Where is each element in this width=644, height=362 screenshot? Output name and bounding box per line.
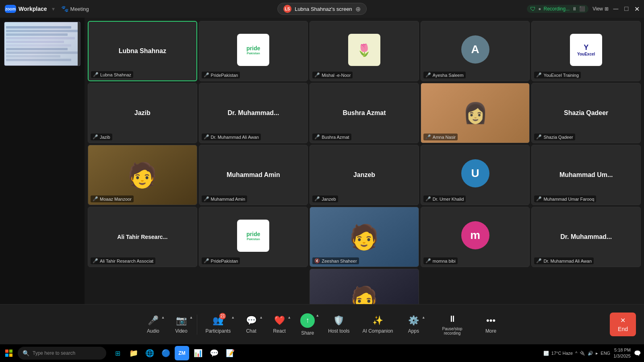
view-button[interactable]: View ⊞ <box>592 6 609 12</box>
windows-start-button[interactable] <box>2 347 15 360</box>
participant-tile[interactable]: Y YouExcel 🎤 YouExcel Training <box>531 21 641 81</box>
screen-share-options-icon[interactable]: ⊕ <box>355 5 361 13</box>
taskbar-chrome[interactable]: 🌐 <box>142 346 157 360</box>
share-chevron[interactable]: ▲ <box>316 313 319 317</box>
apps-chevron[interactable]: ▲ <box>422 315 425 319</box>
react-chevron[interactable]: ▲ <box>287 315 291 319</box>
participant-tile[interactable]: Dr. Muhammad... 🎤 Dr. Muhammad Ali Awan <box>199 83 308 143</box>
participant-tile[interactable]: 🧑 🎤 Moaaz Manzoor <box>88 145 197 205</box>
recording-label: Recording... <box>544 6 570 12</box>
participant-tile[interactable]: 👩 🎤 Amna Nasir <box>421 83 530 143</box>
share-icon: ↑ <box>300 313 315 328</box>
close-button[interactable]: ✕ <box>634 6 640 12</box>
taskbar-taskview[interactable]: ⊞ <box>110 346 125 360</box>
react-label: React <box>273 328 285 334</box>
taskbar-whatsapp[interactable]: 💬 <box>207 346 221 360</box>
share-button[interactable]: ↑ Share ▲ <box>293 310 322 339</box>
participant-name: Janzeb <box>322 197 336 202</box>
audio-chevron[interactable]: ▲ <box>161 315 165 319</box>
left-sidebar <box>0 18 85 304</box>
screen-preview-content <box>4 22 80 66</box>
participants-button[interactable]: 👥 21 Participants ▲ <box>199 312 237 337</box>
chat-button[interactable]: 💬 Chat ▲ <box>237 312 265 337</box>
taskbar-explorer[interactable]: 📁 <box>126 346 141 360</box>
participant-tile[interactable]: U 🎤 Dr. Umer Khalid <box>421 145 530 205</box>
participant-display-name: Dr. Muhammad... <box>557 233 615 241</box>
participant-tile[interactable]: 🧔 🔇 Sarmad Wali Khan <box>310 269 419 304</box>
pause-recording-button[interactable]: ⏸ Pause/stop recording <box>428 311 477 339</box>
participant-tile[interactable]: 🧑 🔇 Zeeshan Shaheer <box>310 207 419 267</box>
host-tools-button[interactable]: 🛡️ Host tools <box>322 312 356 337</box>
participant-display-name: Muhammad Um... <box>556 171 616 179</box>
screen-share-indicator: LS Lubna Shahnaz's screen ⊕ <box>277 3 367 15</box>
mute-icon: 🎤 <box>425 134 431 140</box>
screen-preview-lines <box>6 26 78 61</box>
main-area: Lubna Shahnaz 🎤 Lubna Shahnaz pride Paki… <box>0 18 644 304</box>
speaker-icon[interactable]: 🔊 <box>588 351 593 356</box>
participant-tile[interactable]: Jazib 🎤 Jazib <box>88 83 197 143</box>
resize-handle[interactable] <box>78 22 80 66</box>
mute-icon: 🎤 <box>204 72 209 78</box>
participant-tile[interactable]: 🌷 🎤 Mishal -e-Noor <box>310 21 419 81</box>
react-button[interactable]: ❤️ React ▲ <box>265 312 293 337</box>
participants-icon: 👥 21 <box>213 315 223 326</box>
search-bar[interactable]: 🔍 Type here to search <box>18 347 106 360</box>
taskbar-zoom[interactable]: ZM <box>175 346 189 360</box>
taskbar-sticky[interactable]: 📝 <box>223 346 237 360</box>
apps-icon: ⚙️ <box>408 315 419 326</box>
chat-icon: 💬 <box>246 315 257 326</box>
svg-rect-3 <box>9 354 12 357</box>
audio-button[interactable]: 🎤 Audio ▲ <box>139 312 167 337</box>
participant-name: PridePakistan <box>211 259 238 263</box>
taskbar-powerpoint[interactable]: 📊 <box>191 346 205 360</box>
screen-share-preview[interactable] <box>4 22 80 66</box>
maximize-button[interactable]: ☐ <box>623 6 630 12</box>
network-icon: 🔌 <box>580 351 585 356</box>
video-chevron[interactable]: ▲ <box>190 315 193 319</box>
participant-tile[interactable]: Janzeb 🎤 Janzeb <box>310 145 419 205</box>
more-button[interactable]: ••• More <box>477 312 505 337</box>
ai-companion-button[interactable]: ✨ AI Companion <box>356 312 400 337</box>
participant-display-name: Lubna Shahnaz <box>116 47 169 55</box>
taskbar-chrome2[interactable]: 🔵 <box>159 346 173 360</box>
video-button[interactable]: 📷 Video ▲ <box>167 312 195 337</box>
participant-tile[interactable]: Muhammad Amin 🎤 Muhammad Amin <box>199 145 308 205</box>
apps-button[interactable]: ⚙️ Apps ▲ <box>400 312 428 337</box>
ai-companion-label: AI Companion <box>363 328 393 334</box>
participant-tile[interactable]: A 🎤 Ayesha Saleem <box>421 21 530 81</box>
section-label: Meeting <box>70 6 89 12</box>
react-icon: ❤️ <box>274 315 285 326</box>
mute-icon: 🎤 <box>536 72 542 78</box>
arrow-up-icon[interactable]: ^ <box>575 351 577 356</box>
participant-label: 🎤 Dr. Muhammad Ali Awan <box>202 134 261 140</box>
chat-label: Chat <box>246 328 256 334</box>
pride-logo-avatar-2: pride Pakistan <box>237 220 269 252</box>
ai-companion-icon: ✨ <box>372 315 383 326</box>
mute-icon: 🎤 <box>425 72 431 78</box>
minimize-button[interactable]: ─ <box>613 6 619 12</box>
participant-tile[interactable]: m 🎤 momna bibi <box>421 207 530 267</box>
participant-tile[interactable]: Shazia Qadeer 🎤 Shazia Qadeer <box>531 83 641 143</box>
notification-icon[interactable]: 🗨️ <box>634 350 641 356</box>
pause-recording-icon: ⏸ <box>448 314 457 324</box>
mute-icon: 🎤 <box>93 196 98 202</box>
participant-tile[interactable]: Muhammad Um... 🎤 Muhammad Umar Farooq <box>531 145 641 205</box>
participants-chevron[interactable]: ▲ <box>231 315 235 319</box>
svg-rect-0 <box>5 350 8 353</box>
recording-pause-icon[interactable]: ⏸ <box>572 6 577 12</box>
recording-stop-icon[interactable]: ⬛ <box>579 6 585 12</box>
participant-name: momna bibi <box>433 259 456 263</box>
participant-tile[interactable]: Bushra Azmat 🎤 Bushra Azmat <box>310 83 419 143</box>
participant-tile[interactable]: Ali Tahir Researc... 🎤 Ali Tahir Researc… <box>88 207 197 267</box>
end-meeting-button[interactable]: ✕ End <box>610 313 636 336</box>
more-icon: ••• <box>486 315 495 326</box>
chat-chevron[interactable]: ▲ <box>259 315 263 319</box>
participant-tile[interactable]: Dr. Muhammad... 🎤 Dr. Muhammad Ali Awan <box>531 207 641 267</box>
participant-tile[interactable]: pride Pakistan 🎤 PridePakistan <box>199 21 308 81</box>
participant-tile[interactable]: Lubna Shahnaz 🎤 Lubna Shahnaz <box>88 21 197 81</box>
participant-name: Muhammad Amin <box>211 197 246 202</box>
participant-tile[interactable]: pride Pakistan 🎤 PridePakistan <box>199 207 308 267</box>
pride-logo-avatar: pride Pakistan <box>237 34 269 66</box>
mute-icon: 🎤 <box>536 196 542 202</box>
mute-icon: 🎤 <box>93 72 99 77</box>
